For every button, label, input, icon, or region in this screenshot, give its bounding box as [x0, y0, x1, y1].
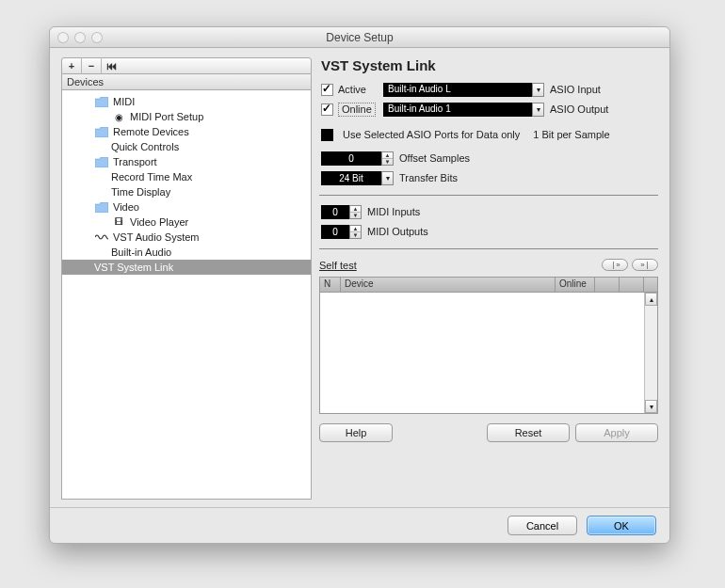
- tree-item-label: MIDI: [113, 96, 135, 107]
- tree-item[interactable]: Remote Devices: [62, 124, 311, 139]
- online-label: Online: [338, 103, 376, 117]
- transfer-bits-field[interactable]: 24 Bit: [321, 171, 381, 185]
- tree-item-label: Record Time Max: [111, 171, 192, 183]
- tree-item-label: Remote Devices: [113, 126, 189, 137]
- sidebar-header: Devices: [61, 74, 312, 90]
- offset-label: Offset Samples: [399, 152, 470, 164]
- folder-icon: [94, 126, 109, 137]
- self-test-send-button[interactable]: ❘››: [602, 259, 628, 271]
- tree-item[interactable]: Time Display: [62, 184, 311, 199]
- table-body: [320, 293, 644, 413]
- sidebar-toolbar: + − ⏮: [61, 57, 312, 74]
- tree-item-label: VST System Link: [94, 262, 173, 273]
- chevron-down-icon[interactable]: ▾: [532, 103, 544, 117]
- panel-title: VST System Link: [321, 57, 658, 73]
- waveform-icon: [94, 231, 109, 243]
- bit-per-sample-label: 1 Bit per Sample: [533, 129, 609, 140]
- device-setup-window: Device Setup + − ⏮ Devices MIDI◉MIDI Por…: [49, 26, 670, 544]
- tree-item[interactable]: MIDI: [62, 94, 311, 109]
- tree-item[interactable]: Transport: [62, 154, 311, 169]
- tree-item[interactable]: VST Audio System: [62, 230, 311, 245]
- tree-item[interactable]: Quick Controls: [62, 139, 311, 154]
- tree-item-label: Built-in Audio: [111, 246, 171, 258]
- tree-item-label: Transport: [113, 156, 157, 167]
- separator: [319, 248, 658, 249]
- cancel-button[interactable]: Cancel: [508, 516, 577, 535]
- tree-item-label: MIDI Port Setup: [130, 111, 203, 122]
- table-header: N Device Online: [320, 278, 657, 293]
- tree-item[interactable]: VST System Link: [62, 260, 311, 275]
- window-title: Device Setup: [326, 31, 393, 44]
- active-checkbox[interactable]: [321, 84, 333, 96]
- zoom-window-icon[interactable]: [91, 32, 103, 43]
- reset-button[interactable]: Reset: [487, 423, 570, 442]
- tree-item[interactable]: Built-in Audio: [62, 245, 311, 260]
- self-test-label[interactable]: Self test: [319, 260, 357, 271]
- tree-item[interactable]: Record Time Max: [62, 169, 311, 184]
- midi-inputs-field[interactable]: 0: [321, 205, 349, 219]
- scroll-down-icon[interactable]: ▾: [645, 400, 657, 413]
- self-test-table: N Device Online ▴ ▾: [319, 277, 658, 414]
- active-label: Active: [338, 84, 383, 95]
- ok-button[interactable]: OK: [587, 516, 656, 535]
- apply-button: Apply: [575, 423, 658, 442]
- close-window-icon[interactable]: [57, 32, 69, 43]
- asio-input-select[interactable]: Built-in Audio L: [383, 83, 532, 97]
- tree-item[interactable]: Video: [62, 199, 311, 215]
- asio-output-select[interactable]: Built-in Audio 1: [383, 103, 532, 117]
- midi-outputs-stepper[interactable]: ▲▼: [349, 225, 362, 239]
- minimize-window-icon[interactable]: [74, 32, 86, 43]
- asio-input-label: ASIO Input: [550, 84, 601, 95]
- scrollbar-vertical[interactable]: ▴ ▾: [644, 293, 657, 413]
- chevron-down-icon[interactable]: ▾: [381, 171, 394, 185]
- gear-icon: ◉: [111, 111, 126, 122]
- add-device-button[interactable]: +: [62, 57, 82, 74]
- folder-icon: [94, 96, 109, 107]
- transfer-bits-label: Transfer Bits: [399, 172, 458, 183]
- tree-item-label: VST Audio System: [113, 231, 200, 243]
- help-button[interactable]: Help: [319, 423, 393, 442]
- folder-icon: [94, 156, 109, 167]
- col-online[interactable]: Online: [556, 278, 595, 292]
- tree-item-label: Quick Controls: [111, 141, 179, 152]
- asio-output-label: ASIO Output: [550, 103, 608, 115]
- self-test-receive-button[interactable]: ››❘: [632, 259, 658, 271]
- titlebar: Device Setup: [50, 27, 669, 48]
- vst-system-link-panel: VST System Link Active Built-in Audio L …: [319, 57, 658, 500]
- devices-sidebar: + − ⏮ Devices MIDI◉MIDI Port SetupRemote…: [61, 57, 312, 500]
- tree-item[interactable]: ◉MIDI Port Setup: [62, 109, 311, 124]
- online-checkbox[interactable]: [321, 103, 333, 116]
- col-n[interactable]: N: [320, 278, 341, 292]
- remove-device-button[interactable]: −: [82, 57, 102, 74]
- scroll-up-icon[interactable]: ▴: [645, 293, 657, 306]
- tree-item-label: Video Player: [130, 216, 188, 228]
- midi-outputs-label: MIDI Outputs: [367, 226, 428, 237]
- midi-outputs-field[interactable]: 0: [321, 225, 349, 239]
- device-tree[interactable]: MIDI◉MIDI Port SetupRemote DevicesQuick …: [61, 90, 312, 500]
- separator: [319, 195, 658, 196]
- dialog-footer: Cancel OK: [50, 507, 669, 543]
- midi-inputs-label: MIDI Inputs: [367, 206, 420, 217]
- tree-item-label: Time Display: [111, 186, 170, 198]
- offset-stepper[interactable]: ▲▼: [381, 151, 394, 166]
- tree-item-label: Video: [113, 201, 139, 213]
- midi-inputs-stepper[interactable]: ▲▼: [349, 205, 362, 219]
- folder-icon: [94, 201, 109, 213]
- offset-samples-field[interactable]: 0: [321, 151, 381, 166]
- dataonly-label: Use Selected ASIO Ports for Data only: [343, 129, 520, 140]
- video-player-icon: 🎞: [111, 216, 126, 228]
- reset-device-button[interactable]: ⏮: [102, 57, 121, 74]
- tree-item[interactable]: 🎞Video Player: [62, 215, 311, 230]
- chevron-down-icon[interactable]: ▾: [532, 83, 544, 97]
- col-device[interactable]: Device: [341, 278, 556, 292]
- dataonly-checkbox[interactable]: [321, 129, 333, 141]
